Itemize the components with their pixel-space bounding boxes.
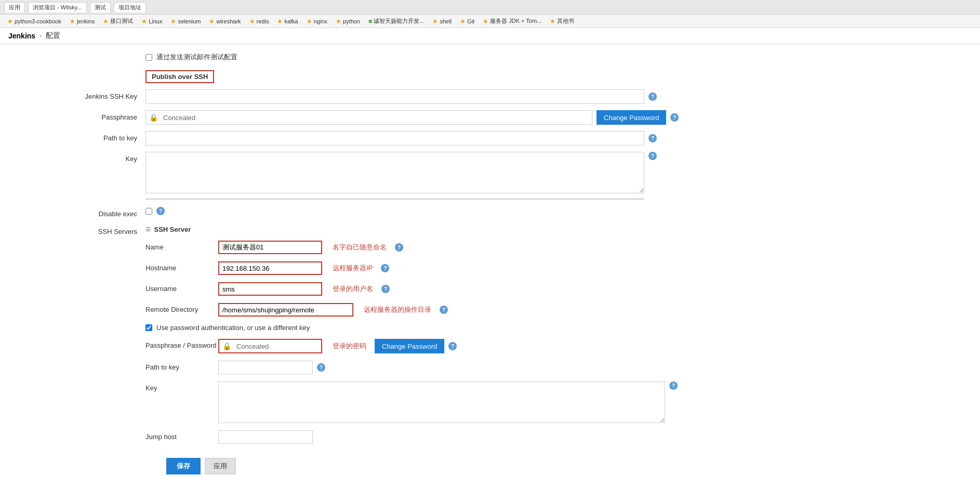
key-textarea[interactable] bbox=[145, 152, 644, 193]
bookmark-server-jdk[interactable]: ★ 服务器 JDK + Tom... bbox=[480, 17, 545, 25]
passphrase-password-row: Passphrase / Password 🔒 Concealed 登录的密码 … bbox=[145, 336, 457, 356]
jenkins-ssh-key-control: ? bbox=[145, 89, 980, 104]
email-test-label: 通过发送测试邮件测试配置 bbox=[156, 52, 237, 62]
use-password-control: Use password authentication, or use a di… bbox=[145, 324, 310, 332]
lock-icon: 🔒 bbox=[146, 113, 161, 122]
browser-tab-app[interactable]: 应用 bbox=[4, 2, 25, 12]
bookmark-chengzhi[interactable]: ■ 诚智天扬能力开发... bbox=[365, 17, 427, 25]
bookmark-kafka[interactable]: ★ kafka bbox=[274, 17, 301, 25]
hostname-control: 远程服务器IP ? bbox=[218, 261, 389, 275]
disable-exec-checkbox[interactable] bbox=[145, 208, 152, 215]
disable-exec-row: Disable exec ? bbox=[0, 204, 980, 221]
name-input[interactable] bbox=[218, 241, 322, 254]
bookmark-linux[interactable]: ★ Linux bbox=[138, 17, 165, 25]
publish-ssh-label: Publish over SSH bbox=[145, 70, 214, 83]
bookmark-api-test[interactable]: ★ 接口测试 bbox=[100, 17, 136, 25]
username-row: Username 登录的用户名 ? bbox=[145, 280, 390, 298]
path-to-key-label: Path to key bbox=[0, 131, 145, 142]
remote-dir-help[interactable]: ? bbox=[440, 306, 448, 314]
breadcrumb-arrow: › bbox=[39, 32, 42, 39]
disable-exec-control: ? bbox=[145, 207, 980, 215]
path-to-key-2-row: Path to key ? bbox=[145, 358, 325, 377]
bookmark-wireshark[interactable]: ★ wireshark bbox=[206, 17, 244, 25]
browser-bar: 应用 浏览项目 - Witsky... 测试 项目地址 bbox=[0, 0, 980, 15]
username-control: 登录的用户名 ? bbox=[218, 282, 390, 296]
key-2-help[interactable]: ? bbox=[669, 381, 678, 390]
key-row: Key ? bbox=[0, 149, 980, 204]
ssh-servers-control: ≡ SSH Server Name 名字自己随意命名 ? Hostname 远程… bbox=[145, 225, 980, 446]
hostname-annotation: 远程服务器IP bbox=[333, 263, 373, 273]
bookmark-selenium[interactable]: ★ selenium bbox=[167, 17, 204, 25]
save-button[interactable]: 保存 bbox=[166, 458, 201, 474]
bookmark-git[interactable]: ★ Git bbox=[457, 17, 478, 25]
change-password-button-1[interactable]: Change Password bbox=[597, 110, 666, 125]
lock-icon-2: 🔒 bbox=[219, 342, 234, 350]
key-help[interactable]: ? bbox=[648, 152, 657, 160]
jenkins-ssh-key-row: Jenkins SSH Key ? bbox=[0, 86, 980, 107]
bookmark-python3[interactable]: ★ python3-cookbook bbox=[4, 17, 64, 25]
browser-tab-project[interactable]: 浏览项目 - Witsky... bbox=[28, 2, 87, 12]
bookmark-other[interactable]: ★ 其他书 bbox=[547, 17, 577, 25]
bookmark-nginx[interactable]: ★ nginx bbox=[303, 17, 330, 25]
name-row: Name 名字自己随意命名 ? bbox=[145, 238, 403, 257]
hostname-input[interactable] bbox=[218, 261, 322, 275]
path-to-key-2-control: ? bbox=[218, 361, 325, 374]
path-to-key-row: Path to key ? bbox=[0, 128, 980, 149]
key-2-textarea[interactable] bbox=[218, 381, 665, 423]
path-to-key-2-input[interactable] bbox=[218, 361, 313, 374]
remote-dir-annotation: 远程服务器的操作目录 bbox=[364, 305, 431, 314]
jenkins-title[interactable]: Jenkins bbox=[8, 32, 35, 40]
passphrase-label: Passphrase bbox=[0, 110, 145, 121]
bookmark-shell[interactable]: ★ shell bbox=[429, 17, 455, 25]
disable-exec-help[interactable]: ? bbox=[156, 207, 165, 215]
passphrase-password-label: Passphrase / Password bbox=[145, 339, 218, 349]
jenkins-header: Jenkins › 配置 bbox=[0, 28, 980, 44]
path-to-key-input[interactable] bbox=[145, 131, 644, 146]
username-annotation: 登录的用户名 bbox=[333, 284, 373, 294]
bookmark-jenkins[interactable]: ★ jenkins bbox=[67, 17, 98, 25]
use-password-checkbox[interactable] bbox=[145, 324, 152, 331]
passphrase-password-field: 🔒 Concealed bbox=[218, 339, 322, 353]
password-annotation: 登录的密码 bbox=[333, 341, 366, 351]
change-password-button-2[interactable]: Change Password bbox=[375, 339, 444, 353]
passphrase-control: 🔒 Concealed Change Password ? bbox=[145, 110, 980, 125]
name-help[interactable]: ? bbox=[395, 243, 403, 252]
jump-host-label: Jump host bbox=[145, 430, 218, 441]
remote-dir-input[interactable] bbox=[218, 303, 353, 317]
bookmark-python[interactable]: ★ python bbox=[333, 17, 363, 25]
browser-tab-addr[interactable]: 项目地址 bbox=[114, 2, 146, 12]
apply-button[interactable]: 应用 bbox=[205, 458, 236, 474]
jenkins-ssh-key-input[interactable] bbox=[145, 89, 644, 104]
key-2-label: Key bbox=[145, 381, 218, 392]
passphrase-row: Passphrase 🔒 Concealed Change Password ? bbox=[0, 107, 980, 128]
username-help[interactable]: ? bbox=[381, 285, 390, 293]
hostname-help[interactable]: ? bbox=[381, 264, 389, 272]
name-control: 名字自己随意命名 ? bbox=[218, 241, 403, 254]
remote-dir-control: 远程服务器的操作目录 ? bbox=[218, 303, 448, 317]
passphrase-password-help[interactable]: ? bbox=[448, 342, 457, 350]
path-to-key-help[interactable]: ? bbox=[648, 134, 657, 142]
remote-dir-label-inner: Remote Directory bbox=[145, 303, 218, 313]
jenkins-ssh-key-label: Jenkins SSH Key bbox=[0, 89, 145, 100]
ssh-servers-row: SSH Servers ≡ SSH Server Name 名字自己随意命名 ? bbox=[0, 221, 980, 450]
use-password-row: Use password authentication, or use a di… bbox=[145, 321, 310, 334]
jump-host-input[interactable] bbox=[218, 430, 313, 444]
remote-dir-row: Remote Directory 远程服务器的操作目录 ? bbox=[145, 300, 448, 319]
bookmark-bar: ★ python3-cookbook ★ jenkins ★ 接口测试 ★ Li… bbox=[0, 15, 980, 28]
browser-tab-test[interactable]: 测试 bbox=[90, 2, 111, 12]
passphrase-field: 🔒 Concealed bbox=[145, 110, 592, 125]
passphrase-help[interactable]: ? bbox=[670, 113, 679, 122]
username-input[interactable] bbox=[218, 282, 322, 296]
ssh-server-section-label: SSH Server bbox=[154, 226, 191, 233]
jump-host-control bbox=[218, 430, 313, 444]
ssh-servers-label: SSH Servers bbox=[0, 225, 145, 235]
path-to-key-2-help[interactable]: ? bbox=[317, 363, 325, 372]
jenkins-ssh-key-help[interactable]: ? bbox=[648, 93, 657, 101]
breadcrumb-config: 配置 bbox=[46, 31, 60, 41]
use-password-label: Use password authentication, or use a di… bbox=[156, 324, 310, 332]
email-test-checkbox[interactable] bbox=[145, 54, 152, 61]
key-control: ? bbox=[145, 152, 980, 201]
bookmark-redis[interactable]: ★ redis bbox=[246, 17, 272, 25]
passphrase-password-concealed: Concealed bbox=[234, 342, 321, 350]
key-2-row: Key ? bbox=[145, 379, 678, 426]
